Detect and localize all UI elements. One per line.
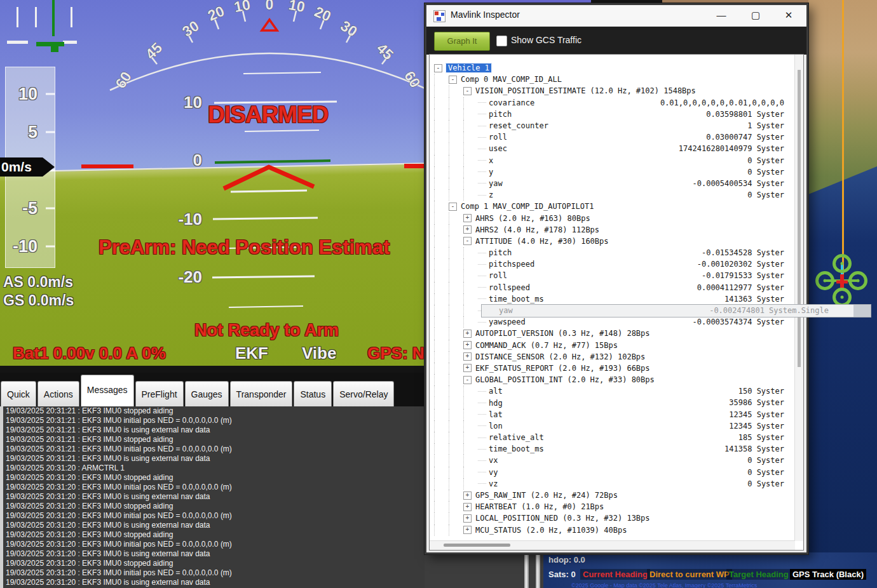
tree-field-value: -0.0005400534 Syster bbox=[693, 178, 785, 189]
hud-panel[interactable]: 604530201001020304560 bbox=[0, 0, 425, 373]
log-line: 19/03/2025 20:31:20 : EKF3 IMU0 stopped … bbox=[3, 473, 425, 483]
tree-field-row[interactable]: time_boot_ms141363 Syster bbox=[430, 293, 795, 305]
tree-group-row[interactable]: -GLOBAL_POSITION_INT (2.0 Hz, #33) 80Bps bbox=[430, 374, 795, 385]
tree-group-row[interactable]: +COMMAND_ACK (0.7 Hz, #77) 15Bps bbox=[430, 340, 795, 351]
tree-group-row[interactable]: +LOCAL_POSITION_NED (0.3 Hz, #32) 13Bps bbox=[430, 512, 795, 524]
tab-actions[interactable]: Actions bbox=[37, 381, 79, 406]
tree-field-row[interactable]: relative_alt185 Syster bbox=[430, 432, 795, 443]
inspector-toolbar: Graph It Show GCS Traffic bbox=[426, 27, 806, 55]
graph-it-button[interactable]: Graph It bbox=[434, 32, 490, 51]
tree-field-row[interactable]: covariance0.01,0,0,0,0,0,0.01,0,0,0,0 bbox=[430, 97, 795, 109]
show-gcs-traffic-checkbox[interactable] bbox=[496, 36, 507, 46]
vertical-scrollbar[interactable] bbox=[794, 55, 803, 541]
tree-group-row[interactable]: -Vehicle 1 bbox=[430, 62, 795, 74]
tree-field-value: 0.03598801 Syster bbox=[706, 109, 784, 120]
tree-field-row[interactable]: lon12345 Syster bbox=[430, 420, 795, 432]
tree-field-row[interactable]: yawspeed-0.0003574374 Syster bbox=[430, 316, 795, 328]
collapse-icon[interactable]: - bbox=[463, 237, 472, 245]
close-button[interactable]: ✕ bbox=[775, 5, 803, 25]
tree-field-row[interactable]: z0 Syster bbox=[430, 189, 795, 201]
expand-icon[interactable]: + bbox=[463, 364, 472, 372]
tree-field-name: pitch bbox=[489, 248, 512, 257]
horizontal-scrollbar[interactable] bbox=[430, 540, 795, 550]
tree-field-row[interactable]: lat12345 Syster bbox=[430, 409, 795, 420]
map-bottom-strip[interactable]: hdop: 0.0 Sats: 0 Current HeadingDirect … bbox=[543, 552, 877, 588]
vibe-indicator[interactable]: Vibe bbox=[302, 344, 336, 363]
tab-messages[interactable]: Messages bbox=[81, 375, 134, 406]
tree-group-row[interactable]: -ATTITUDE (4.0 Hz, #30) 160Bps bbox=[430, 236, 795, 247]
tree-group-row[interactable]: -VISION_POSITION_ESTIMATE (12.0 Hz, #102… bbox=[430, 85, 795, 97]
prearm-message: PreArm: Need Position Estimat bbox=[99, 236, 390, 259]
expand-icon[interactable]: + bbox=[463, 225, 472, 234]
tree-field-row[interactable]: usec1742416280140979 Syster bbox=[430, 143, 795, 154]
tree-group-row[interactable]: +MCU_STATUS (2.0 Hz, #11039) 40Bps bbox=[430, 525, 795, 536]
value-tooltip-row: yaw -0.002474801 System.Single bbox=[481, 304, 871, 317]
tree-field-row[interactable]: y0 Syster bbox=[430, 166, 795, 178]
collapse-icon[interactable]: - bbox=[434, 64, 442, 72]
minimize-button[interactable]: — bbox=[707, 5, 735, 25]
tree-group-label: AHRS2 (4.0 Hz, #178) 112Bps bbox=[475, 225, 599, 234]
collapse-icon[interactable]: - bbox=[463, 87, 472, 95]
tree-group-row[interactable]: +HEARTBEAT (1.0 Hz, #0) 21Bps bbox=[430, 501, 795, 512]
tree-group-row[interactable]: -Comp 0 MAV_COMP_ID_ALL bbox=[430, 74, 795, 85]
pitch-label: 0 bbox=[164, 150, 202, 170]
tree-group-row[interactable]: +EKF_STATUS_REPORT (2.0 Hz, #193) 66Bps bbox=[430, 363, 795, 374]
expand-icon[interactable]: + bbox=[463, 491, 472, 500]
tab-status[interactable]: Status bbox=[294, 381, 332, 406]
tree-field-row[interactable]: vy0 Syster bbox=[430, 467, 795, 478]
tab-servo-relay[interactable]: Servo/Relay bbox=[333, 381, 394, 406]
tree-field-row[interactable]: hdg35986 Syster bbox=[430, 397, 795, 408]
tree-field-name: time_boot_ms bbox=[489, 295, 544, 304]
tree-field-value: -0.01791533 Syster bbox=[702, 270, 784, 281]
maximize-button[interactable]: ▢ bbox=[742, 5, 770, 25]
collapse-icon[interactable]: - bbox=[463, 376, 472, 384]
tree-group-label: DISTANCE_SENSOR (2.0 Hz, #132) 102Bps bbox=[475, 352, 645, 361]
expand-icon[interactable]: + bbox=[463, 352, 472, 361]
expand-icon[interactable]: + bbox=[463, 526, 472, 534]
tree-field-row[interactable]: rollspeed0.0004112977 Syster bbox=[430, 282, 795, 293]
collapse-icon[interactable]: - bbox=[449, 76, 457, 84]
window-titlebar[interactable]: Mavlink Inspector — ▢ ✕ bbox=[426, 5, 806, 27]
tree-field-row[interactable]: yaw-0.0005400534 Syster bbox=[430, 178, 795, 189]
tree-field-row[interactable]: x0 Syster bbox=[430, 155, 795, 166]
messages-log[interactable]: 19/03/2025 20:31:21 : EKF3 IMU0 stopped … bbox=[0, 406, 425, 588]
tree-group-row[interactable]: +AHRS2 (4.0 Hz, #178) 112Bps bbox=[430, 224, 795, 236]
expand-icon[interactable]: + bbox=[463, 514, 472, 523]
tree-group-row[interactable]: +AHRS (2.0 Hz, #163) 80Bps bbox=[430, 212, 795, 224]
tree-group-row[interactable]: +DISTANCE_SENSOR (2.0 Hz, #132) 102Bps bbox=[430, 351, 795, 363]
hud-overlay-graphics: 604530201001020304560 bbox=[0, 0, 425, 373]
expand-icon[interactable]: + bbox=[463, 330, 472, 338]
tab-transponder[interactable]: Transponder bbox=[230, 381, 293, 406]
collapse-icon[interactable]: - bbox=[449, 203, 457, 211]
expand-icon[interactable]: + bbox=[463, 341, 472, 349]
splitter-handle[interactable] bbox=[536, 554, 540, 588]
log-line: 19/03/2025 20:31:21 : EKF3 IMU0 is using… bbox=[3, 454, 425, 464]
ekf-indicator[interactable]: EKF bbox=[235, 344, 268, 363]
tree-field-row[interactable]: roll0.03000747 Syster bbox=[430, 131, 795, 143]
tab-quick[interactable]: Quick bbox=[1, 381, 36, 406]
log-line: 19/03/2025 20:31:20 : EKF3 IMU0 initial … bbox=[3, 511, 425, 521]
horizon-center-line bbox=[215, 161, 330, 163]
tree-group-row[interactable]: -Comp 1 MAV_COMP_ID_AUTOPILOT1 bbox=[430, 201, 795, 212]
tree-field-row[interactable]: pitch-0.01534528 Syster bbox=[430, 247, 795, 258]
expand-icon[interactable]: + bbox=[463, 503, 472, 511]
tree-group-row[interactable]: +GPS_RAW_INT (2.0 Hz, #24) 72Bps bbox=[430, 490, 795, 501]
tab-gauges[interactable]: Gauges bbox=[185, 381, 229, 406]
tree-field-value: 0 Syster bbox=[747, 455, 784, 466]
tree-field-row[interactable]: reset_counter1 Syster bbox=[430, 120, 795, 131]
tree-field-row[interactable]: pitch0.03598801 Syster bbox=[430, 109, 795, 120]
map-legend-target-heading: Target Heading bbox=[726, 569, 791, 580]
splitter-handle[interactable] bbox=[524, 554, 529, 588]
tab-preflight[interactable]: PreFlight bbox=[135, 381, 184, 406]
expand-icon[interactable]: + bbox=[463, 214, 472, 222]
attitude-chevron bbox=[224, 167, 314, 189]
tree-field-row[interactable]: vz0 Syster bbox=[430, 478, 795, 490]
tree-field-row[interactable]: vx0 Syster bbox=[430, 455, 795, 466]
mavlink-tree[interactable]: -Vehicle 1-Comp 0 MAV_COMP_ID_ALL-VISION… bbox=[430, 55, 795, 541]
tree-field-row[interactable]: roll-0.01791533 Syster bbox=[430, 270, 795, 281]
tree-field-value: 0 Syster bbox=[747, 478, 784, 490]
tree-field-row[interactable]: pitchspeed-0.001020302 Syster bbox=[430, 258, 795, 270]
tree-field-row[interactable]: alt150 Syster bbox=[430, 385, 795, 397]
tree-group-row[interactable]: +AUTOPILOT_VERSION (0.3 Hz, #148) 28Bps bbox=[430, 328, 795, 339]
tree-field-row[interactable]: time_boot_ms141358 Syster bbox=[430, 443, 795, 455]
